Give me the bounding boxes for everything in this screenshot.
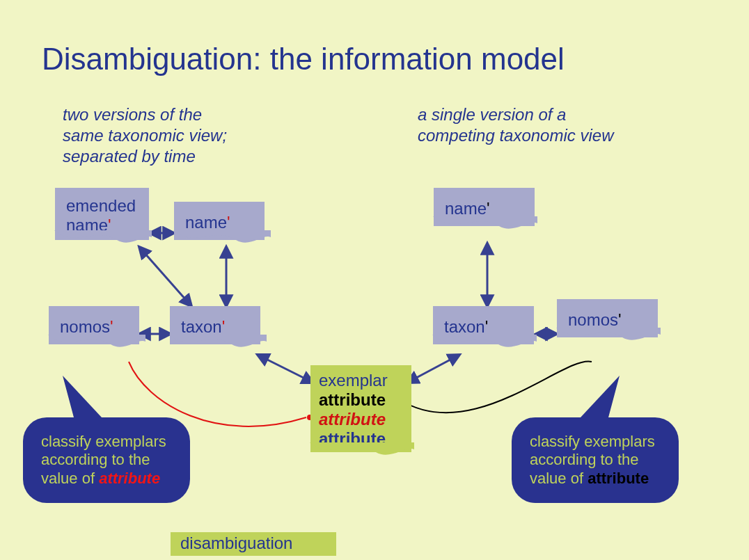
box-nomos-left: nomos' <box>49 306 139 344</box>
callout-left: classify exemplars according to the valu… <box>23 417 190 503</box>
box-taxon-left-label: taxon <box>181 317 222 336</box>
box-taxon-right: taxon' <box>433 306 534 344</box>
exemplar-title: exemplar <box>319 371 388 390</box>
box-name-right: name' <box>434 188 535 226</box>
svg-line-6 <box>258 355 313 383</box>
badge-disambiguation: disambiguation <box>171 532 336 556</box>
exemplar-attr-2: attribute <box>319 410 403 429</box>
box-taxon-right-label: taxon <box>444 317 485 336</box>
page-title: Disambiguation: the information model <box>42 42 565 77</box>
callout-right: classify exemplars according to the valu… <box>512 417 679 503</box>
box-emended-name: emendedname' <box>55 188 149 240</box>
subhead-right: a single version of acompeting taxonomic… <box>418 104 682 146</box>
callout-left-attr: attribute <box>99 470 160 487</box>
box-name-right-label: name <box>445 199 487 218</box>
box-name-left: name' <box>174 202 265 240</box>
callout-right-attr: attribute <box>588 470 649 487</box>
box-nomos-right-label: nomos <box>568 310 618 329</box>
subhead-left: two versions of thesame taxonomic view;s… <box>63 104 292 167</box>
box-nomos-left-label: nomos <box>60 317 110 336</box>
box-name-left-label: name <box>185 213 227 232</box>
svg-line-7 <box>407 355 459 383</box>
box-nomos-right: nomos' <box>557 299 658 337</box>
exemplar-attr-1: attribute <box>319 390 403 410</box>
box-emended-name-label: emendedname <box>66 196 136 234</box>
box-taxon-left: taxon' <box>170 306 260 344</box>
box-exemplar: exemplar attribute attribute attribute <box>310 365 411 452</box>
svg-line-1 <box>139 247 191 306</box>
